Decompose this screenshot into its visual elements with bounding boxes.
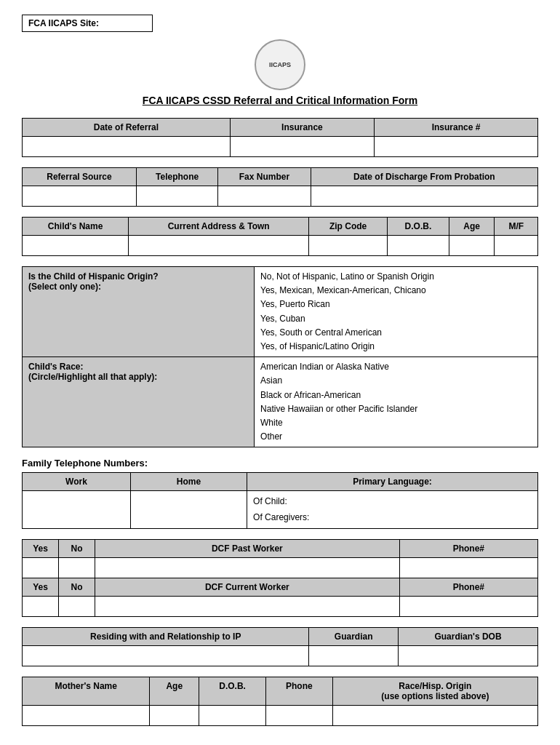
dob-input[interactable] xyxy=(388,236,449,256)
insurance-num-input[interactable] xyxy=(375,137,538,157)
childs-name-input[interactable] xyxy=(23,236,129,256)
dcf-current-yes-input[interactable] xyxy=(23,597,59,617)
race-option-5: White xyxy=(260,416,532,430)
col-date-discharge: Date of Discharge From Probation xyxy=(311,168,537,186)
hispanic-option-4: Yes, Cuban xyxy=(260,312,532,326)
residing-input[interactable] xyxy=(23,646,309,666)
col-fax: Fax Number xyxy=(218,168,311,186)
section-dcf: Yes No DCF Past Worker Phone# Yes No DCF… xyxy=(22,539,538,617)
mother-race-input[interactable] xyxy=(332,706,537,726)
hispanic-option-6: Yes, of Hispanic/Latino Origin xyxy=(260,340,532,354)
hispanic-label-cell: Is the Child of Hispanic Origin? (Select… xyxy=(23,267,255,357)
mother-age-input[interactable] xyxy=(150,706,199,726)
col-telephone: Telephone xyxy=(136,168,217,186)
col-insurance: Insurance xyxy=(230,119,374,137)
mothers-name-input[interactable] xyxy=(23,706,150,726)
race-option-2: Asian xyxy=(260,374,532,388)
guardian-input[interactable] xyxy=(309,646,399,666)
age-input[interactable] xyxy=(449,236,495,256)
race-options-cell: American Indian or Alaska Native Asian B… xyxy=(255,357,538,447)
col-date-of-referral: Date of Referral xyxy=(23,119,231,137)
family-label: Family Telephone Numbers: xyxy=(22,458,538,469)
residing-table: Residing with and Relationship to IP Gua… xyxy=(22,627,538,666)
mother-race-sublabel: (use options listed above) xyxy=(381,691,489,701)
col-referral-source: Referral Source xyxy=(23,168,137,186)
fax-input[interactable] xyxy=(218,186,311,207)
section-residing: Residing with and Relationship to IP Gua… xyxy=(22,627,538,666)
dcf-past-no-header: No xyxy=(59,540,95,558)
dcf-past-worker-input[interactable] xyxy=(95,558,400,578)
dcf-current-worker-header: DCF Current Worker xyxy=(95,578,400,597)
logo-area: IICAPS xyxy=(22,39,538,90)
hispanic-race-table: Is the Child of Hispanic Origin? (Select… xyxy=(22,266,538,447)
of-caregivers-label: Of Caregivers: xyxy=(253,510,532,526)
dcf-current-worker-input[interactable] xyxy=(95,597,400,617)
dcf-past-phone-input[interactable] xyxy=(399,558,537,578)
insurance-input[interactable] xyxy=(230,137,374,157)
hispanic-option-2: Yes, Mexican, Mexican-American, Chicano xyxy=(260,284,532,298)
col-work: Work xyxy=(23,473,131,491)
section-referral-source: Referral Source Telephone Fax Number Dat… xyxy=(22,167,538,207)
mother-race-label: Race/Hisp. Origin xyxy=(399,681,471,691)
dcf-current-phone-input[interactable] xyxy=(399,597,537,617)
site-label-box: FCA IICAPS Site: xyxy=(22,15,538,39)
col-address: Current Address & Town xyxy=(129,218,309,236)
race-label: Child's Race: xyxy=(28,362,84,372)
col-age: Age xyxy=(449,218,495,236)
col-mother-age: Age xyxy=(150,677,199,706)
hispanic-options-cell: No, Not of Hispanic, Latino or Spanish O… xyxy=(255,267,538,357)
primary-lang-cell: Of Child: Of Caregivers: xyxy=(247,491,538,529)
site-label: FCA IICAPS Site: xyxy=(22,15,153,32)
col-mf: M/F xyxy=(495,218,538,236)
of-child-label: Of Child: xyxy=(253,494,532,510)
dcf-past-yes-input[interactable] xyxy=(23,558,59,578)
col-mothers-name: Mother's Name xyxy=(23,677,150,706)
child-info-table: Child's Name Current Address & Town Zip … xyxy=(22,217,538,256)
hispanic-option-5: Yes, South or Central American xyxy=(260,326,532,340)
mother-phone-input[interactable] xyxy=(265,706,332,726)
dcf-current-phone-header: Phone# xyxy=(399,578,537,597)
col-zip: Zip Code xyxy=(309,218,388,236)
col-primary-lang: Primary Language: xyxy=(247,473,538,491)
guardian-dob-input[interactable] xyxy=(398,646,537,666)
hispanic-question: Is the Child of Hispanic Origin? xyxy=(28,271,159,282)
col-guardian: Guardian xyxy=(309,628,399,646)
col-residing: Residing with and Relationship to IP xyxy=(23,628,309,646)
home-phone-input[interactable] xyxy=(130,491,247,529)
dcf-past-no-input[interactable] xyxy=(59,558,95,578)
race-option-6: Other xyxy=(260,430,532,444)
logo-icon: IICAPS xyxy=(255,39,305,90)
mf-input[interactable] xyxy=(495,236,538,256)
race-label-cell: Child's Race: (Circle/Highlight all that… xyxy=(23,357,255,447)
col-mother-phone: Phone xyxy=(265,677,332,706)
dcf-current-no-input[interactable] xyxy=(59,597,95,617)
zip-input[interactable] xyxy=(309,236,388,256)
col-guardian-dob: Guardian's DOB xyxy=(398,628,537,646)
col-mother-race: Race/Hisp. Origin (use options listed ab… xyxy=(332,677,537,706)
race-option-4: Native Hawaiian or other Pacific Islande… xyxy=(260,402,532,416)
dcf-table: Yes No DCF Past Worker Phone# Yes No DCF… xyxy=(22,539,538,617)
col-insurance-num: Insurance # xyxy=(375,119,538,137)
mother-table: Mother's Name Age D.O.B. Phone Race/Hisp… xyxy=(22,677,538,726)
section-referral-insurance: Date of Referral Insurance Insurance # xyxy=(22,118,538,157)
family-phone-table: Work Home Primary Language: Of Child: Of… xyxy=(22,472,538,529)
dcf-past-yes-header: Yes xyxy=(23,540,59,558)
referral-source-input[interactable] xyxy=(23,186,137,207)
dcf-past-phone-header: Phone# xyxy=(399,540,537,558)
section-mother: Mother's Name Age D.O.B. Phone Race/Hisp… xyxy=(22,677,538,726)
referral-insurance-table: Date of Referral Insurance Insurance # xyxy=(22,118,538,157)
hispanic-option-3: Yes, Puerto Rican xyxy=(260,298,532,311)
date-discharge-input[interactable] xyxy=(311,186,537,207)
race-option-3: Black or African-American xyxy=(260,389,532,402)
race-sublabel: (Circle/Highlight all that apply): xyxy=(28,372,157,382)
race-option-1: American Indian or Alaska Native xyxy=(260,360,532,374)
mother-dob-input[interactable] xyxy=(199,706,266,726)
hispanic-select: (Select only one): xyxy=(28,282,101,292)
address-input[interactable] xyxy=(129,236,309,256)
section-hispanic-race: Is the Child of Hispanic Origin? (Select… xyxy=(22,266,538,447)
work-phone-input[interactable] xyxy=(23,491,131,529)
dcf-current-no-header: No xyxy=(59,578,95,597)
date-of-referral-input[interactable] xyxy=(23,137,231,157)
telephone-input[interactable] xyxy=(136,186,217,207)
dcf-current-yes-header: Yes xyxy=(23,578,59,597)
